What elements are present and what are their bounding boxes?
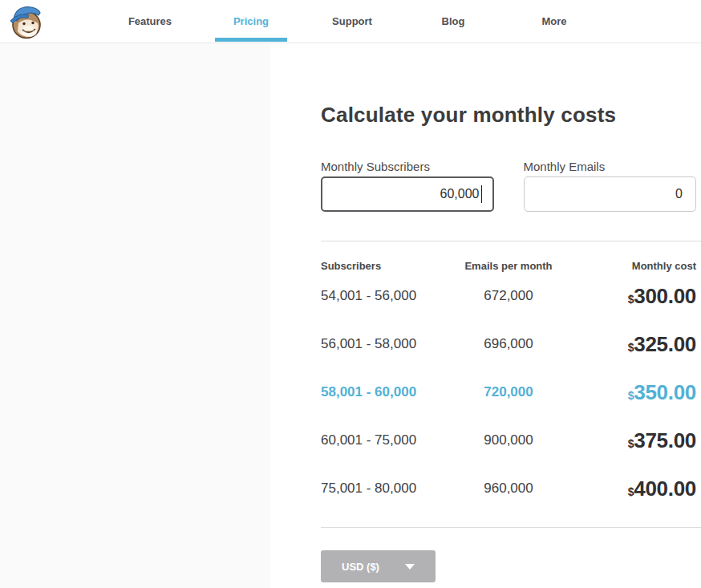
monthly-emails-input[interactable]	[524, 176, 697, 212]
pricing-table: Subscribers Emails per month Monthly cos…	[321, 259, 696, 513]
emails-label: Monthly Emails	[524, 160, 697, 172]
table-row: 75,001 - 80,000 960,000 $400.00	[321, 464, 696, 513]
subscriber-range: 60,001 - 75,000	[321, 432, 446, 448]
divider	[321, 241, 701, 241]
emails-per-month: 720,000	[446, 384, 571, 400]
subscribers-label: Monthly Subscribers	[321, 160, 494, 172]
header-emails: Emails per month	[446, 260, 571, 272]
table-row: 60,001 - 75,000 900,000 $375.00	[321, 416, 696, 464]
header-monthly-cost: Monthly cost	[571, 260, 696, 272]
nav-item-blog[interactable]: Blog	[403, 0, 504, 43]
monthly-cost: $350.00	[571, 380, 696, 405]
calculator-inputs: Monthly Subscribers Monthly Emails	[321, 160, 696, 212]
subscribers-field-group: Monthly Subscribers	[321, 160, 494, 212]
currency-select-button[interactable]: USD ($)	[321, 550, 436, 582]
header-subscribers: Subscribers	[321, 260, 446, 272]
text-cursor	[481, 185, 482, 203]
pricing-table-header: Subscribers Emails per month Monthly cos…	[321, 259, 696, 272]
emails-field-group: Monthly Emails	[524, 160, 697, 212]
subscriber-range: 75,001 - 80,000	[321, 481, 446, 497]
subscriber-range: 58,001 - 60,000	[321, 384, 446, 400]
nav-item-pricing[interactable]: Pricing	[201, 0, 302, 43]
emails-per-month: 900,000	[446, 432, 571, 448]
nav-item-more[interactable]: More	[504, 0, 605, 43]
monthly-cost: $300.00	[571, 284, 696, 309]
monthly-cost: $375.00	[571, 428, 696, 453]
table-row: 56,001 - 58,000 696,000 $325.00	[321, 320, 696, 368]
emails-per-month: 960,000	[446, 481, 571, 497]
table-row: 54,001 - 56,000 672,000 $300.00	[321, 272, 696, 320]
currency-select-label: USD ($)	[342, 561, 379, 573]
monthly-cost: $325.00	[571, 332, 696, 357]
freddie-monkey-icon	[6, 2, 45, 41]
emails-per-month: 696,000	[446, 336, 571, 352]
nav-item-support[interactable]: Support	[302, 0, 403, 43]
subscriber-range: 56,001 - 58,000	[321, 336, 446, 352]
top-nav: Features Pricing Support Blog More	[0, 0, 701, 43]
pricing-calculator-panel: Calculate your monthly costs Monthly Sub…	[270, 43, 701, 588]
nav-item-features[interactable]: Features	[99, 0, 201, 43]
table-row-highlighted: 58,001 - 60,000 720,000 $350.00	[321, 368, 696, 416]
page-title: Calculate your monthly costs	[321, 104, 701, 125]
emails-per-month: 672,000	[446, 288, 571, 304]
chevron-down-icon	[405, 564, 415, 570]
subscriber-range: 54,001 - 56,000	[321, 288, 446, 304]
monthly-subscribers-input[interactable]	[321, 176, 494, 212]
divider	[321, 527, 701, 528]
monthly-cost: $400.00	[571, 476, 696, 501]
nav-menu: Features Pricing Support Blog More	[99, 0, 605, 43]
mailchimp-logo[interactable]	[6, 2, 45, 41]
